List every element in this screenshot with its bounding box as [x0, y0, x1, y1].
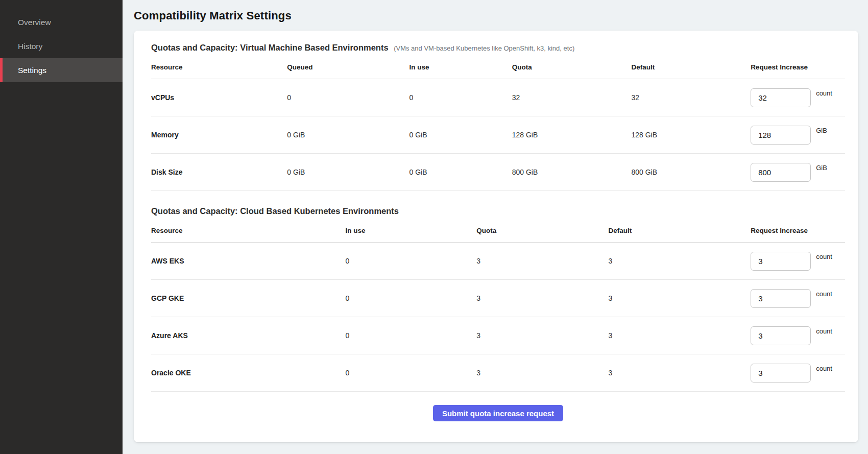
table-row-memory: Memory 0 GiB 0 GiB 128 GiB 128 GiB GiB [151, 116, 845, 154]
unit-label: count [816, 89, 832, 97]
quota-value: 3 [476, 331, 608, 340]
table-row-azure-aks: Azure AKS 0 3 3 count [151, 317, 845, 354]
resource-name: Memory [151, 131, 287, 139]
default-value: 3 [609, 369, 751, 377]
in-use-value: 0 [409, 93, 512, 102]
queued-value: 0 GiB [287, 131, 409, 139]
submit-quota-increase-button[interactable]: Submit quota increase request [433, 405, 563, 421]
main-content: Compatibility Matrix Settings Quotas and… [123, 0, 868, 454]
settings-card: Quotas and Capacity: Virtual Machine Bas… [134, 31, 858, 442]
table-row-aws-eks: AWS EKS 0 3 3 count [151, 243, 845, 280]
quota-value: 800 GiB [512, 168, 632, 176]
default-value: 3 [609, 331, 751, 340]
column-header-queued: Queued [287, 63, 409, 71]
default-value: 3 [609, 294, 751, 302]
resource-name: vCPUs [151, 93, 287, 102]
unit-label: count [816, 365, 832, 372]
sidebar-item-label: History [18, 42, 42, 51]
queued-value: 0 GiB [287, 168, 409, 176]
request-increase-input-aws-eks[interactable] [751, 252, 811, 271]
cloud-table-header: Resource In use Quota Default Request In… [151, 219, 845, 243]
page-title: Compatibility Matrix Settings [134, 9, 858, 22]
vm-section-heading: Quotas and Capacity: Virtual Machine Bas… [151, 43, 845, 53]
request-increase-input-disk-size[interactable] [751, 163, 811, 182]
column-header-resource: Resource [151, 227, 346, 234]
request-increase-input-memory[interactable] [751, 126, 811, 145]
column-header-resource: Resource [151, 63, 287, 71]
request-increase-input-azure-aks[interactable] [751, 326, 811, 345]
sidebar: Overview History Settings [0, 0, 123, 454]
table-row-disk-size: Disk Size 0 GiB 0 GiB 800 GiB 800 GiB Gi… [151, 154, 845, 191]
column-header-request-increase: Request Increase [751, 227, 845, 234]
table-row-gcp-gke: GCP GKE 0 3 3 count [151, 280, 845, 317]
in-use-value: 0 [346, 331, 477, 340]
in-use-value: 0 [346, 257, 477, 265]
request-increase-input-vcpus[interactable] [751, 88, 811, 107]
default-value: 32 [631, 93, 751, 102]
unit-label: GiB [816, 164, 827, 172]
table-row-vcpus: vCPUs 0 0 32 32 count [151, 79, 845, 116]
unit-label: count [816, 253, 832, 260]
unit-label: count [816, 327, 832, 335]
request-increase-input-oracle-oke[interactable] [751, 364, 811, 383]
sidebar-item-label: Overview [18, 18, 51, 27]
default-value: 800 GiB [631, 168, 751, 176]
unit-label: GiB [816, 127, 827, 134]
quota-value: 3 [476, 257, 608, 265]
column-header-in-use: In use [346, 227, 477, 234]
default-value: 3 [609, 257, 751, 265]
quota-value: 128 GiB [512, 131, 632, 139]
queued-value: 0 [287, 93, 409, 102]
resource-name: GCP GKE [151, 294, 346, 302]
cloud-quota-table: Resource In use Quota Default Request In… [151, 219, 845, 392]
vm-quota-table: Resource Queued In use Quota Default Req… [151, 56, 845, 191]
cloud-section-heading: Quotas and Capacity: Cloud Based Kuberne… [151, 206, 845, 216]
resource-name: AWS EKS [151, 257, 346, 265]
column-header-quota: Quota [476, 227, 608, 234]
sidebar-item-settings[interactable]: Settings [0, 58, 123, 82]
vm-section-note: (VMs and VM-based Kubernetes like OpenSh… [394, 44, 574, 52]
vm-section-title: Quotas and Capacity: Virtual Machine Bas… [151, 43, 389, 52]
resource-name: Disk Size [151, 168, 287, 176]
resource-name: Azure AKS [151, 331, 346, 340]
sidebar-item-overview[interactable]: Overview [0, 10, 123, 34]
quota-value: 32 [512, 93, 632, 102]
sidebar-item-label: Settings [18, 66, 46, 75]
sidebar-item-history[interactable]: History [0, 34, 123, 58]
footer-bar: Submit quota increase request [151, 392, 845, 421]
in-use-value: 0 [346, 369, 477, 377]
column-header-request-increase: Request Increase [751, 63, 845, 71]
in-use-value: 0 GiB [409, 131, 512, 139]
in-use-value: 0 [346, 294, 477, 302]
resource-name: Oracle OKE [151, 369, 346, 377]
column-header-in-use: In use [409, 63, 512, 71]
in-use-value: 0 GiB [409, 168, 512, 176]
column-header-default: Default [631, 63, 751, 71]
quota-value: 3 [476, 294, 608, 302]
column-header-default: Default [609, 227, 751, 234]
table-row-oracle-oke: Oracle OKE 0 3 3 count [151, 354, 845, 392]
vm-table-header: Resource Queued In use Quota Default Req… [151, 56, 845, 79]
cloud-section-title: Quotas and Capacity: Cloud Based Kuberne… [151, 206, 399, 216]
default-value: 128 GiB [631, 131, 751, 139]
unit-label: count [816, 290, 832, 298]
request-increase-input-gcp-gke[interactable] [751, 289, 811, 308]
column-header-quota: Quota [512, 63, 632, 71]
quota-value: 3 [476, 369, 608, 377]
